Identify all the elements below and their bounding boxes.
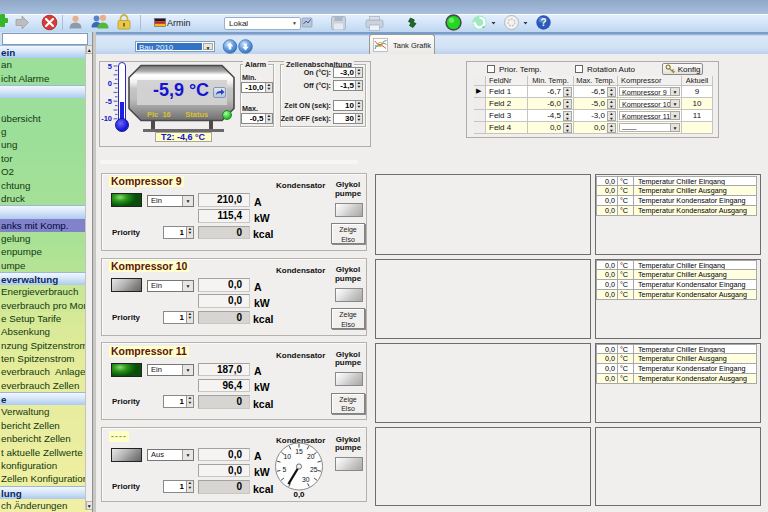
- svg-text:25: 25: [310, 466, 318, 473]
- svg-text:20: 20: [307, 453, 315, 460]
- svg-text:5: 5: [282, 466, 286, 473]
- svg-text:30: 30: [302, 476, 310, 483]
- svg-text:10: 10: [284, 453, 292, 460]
- svg-text:15: 15: [295, 448, 303, 455]
